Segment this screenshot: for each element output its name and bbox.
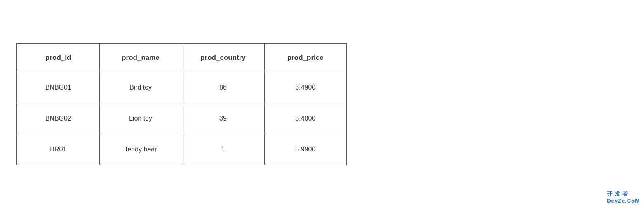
- col-header-prod-id: prod_id: [17, 43, 99, 72]
- cell-prod_price: 3.4900: [264, 72, 347, 103]
- table-header-row: prod_id prod_name prod_country prod_pric…: [17, 43, 347, 72]
- cell-prod_id: BNBG02: [17, 103, 99, 134]
- cell-prod_name: Lion toy: [99, 103, 182, 134]
- table-row: BR01Teddy bear15.9900: [17, 134, 347, 165]
- watermark: 开 发 者 DevZe.CoM: [607, 190, 640, 204]
- table-row: BNBG02Lion toy395.4000: [17, 103, 347, 134]
- cell-prod_price: 5.9900: [264, 134, 347, 165]
- cell-prod_country: 39: [182, 103, 264, 134]
- cell-prod_id: BNBG01: [17, 72, 99, 103]
- watermark-line1: 开 发 者: [607, 190, 640, 198]
- data-table: prod_id prod_name prod_country prod_pric…: [16, 43, 347, 165]
- col-header-prod-name: prod_name: [99, 43, 182, 72]
- cell-prod_id: BR01: [17, 134, 99, 165]
- cell-prod_price: 5.4000: [264, 103, 347, 134]
- cell-prod_country: 86: [182, 72, 264, 103]
- table-row: BNBG01Bird toy863.4900: [17, 72, 347, 103]
- col-header-prod-country: prod_country: [182, 43, 264, 72]
- cell-prod_name: Teddy bear: [99, 134, 182, 165]
- cell-prod_country: 1: [182, 134, 264, 165]
- col-header-prod-price: prod_price: [264, 43, 347, 72]
- cell-prod_name: Bird toy: [99, 72, 182, 103]
- watermark-line2: DevZe.CoM: [607, 198, 640, 204]
